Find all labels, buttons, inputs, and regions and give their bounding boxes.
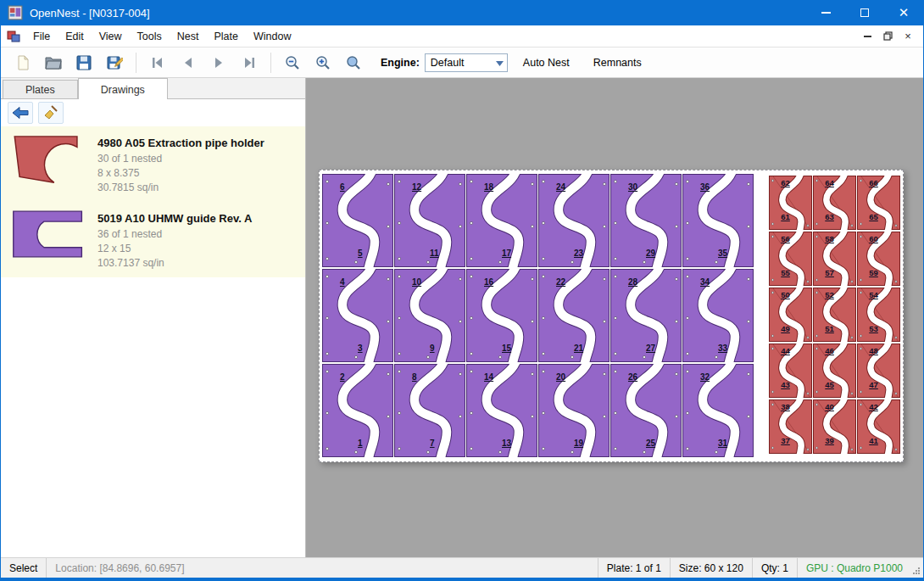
menu-nest[interactable]: Nest [170, 27, 207, 46]
nest-pair-red[interactable]: 6463 [813, 176, 856, 230]
resize-grip[interactable] [911, 558, 923, 578]
mdi-restore-button[interactable] [877, 28, 898, 45]
plate-sheet[interactable]: 6512111817242330293635431091615222128273… [319, 170, 904, 462]
menu-plate[interactable]: Plate [206, 27, 246, 46]
nest-pair-red[interactable]: 5453 [857, 288, 900, 342]
zoom-fit-icon [346, 55, 361, 70]
nest-canvas[interactable]: 6512111817242330293635431091615222128273… [306, 78, 923, 557]
nest-pair-purple[interactable]: 65 [322, 174, 393, 267]
status-mode: Select [1, 558, 46, 578]
part-number: 15 [502, 344, 511, 353]
menu-edit[interactable]: Edit [58, 27, 92, 46]
nest-pair-red[interactable]: 4645 [813, 344, 856, 398]
nest-pair-red[interactable]: 6261 [769, 176, 812, 230]
nav-first-button[interactable] [142, 50, 173, 75]
nest-pair-purple[interactable]: 87 [394, 364, 465, 457]
nest-pair-red[interactable]: 6665 [857, 176, 900, 230]
nest-pair-purple[interactable]: 3433 [682, 269, 754, 362]
nest-pair-purple[interactable]: 2019 [538, 364, 610, 457]
mdi-minimize-button[interactable] [857, 28, 877, 45]
part-number: 6 [340, 183, 345, 192]
nest-pair-red[interactable]: 4847 [857, 344, 900, 398]
nest-pair-purple[interactable]: 3635 [682, 174, 754, 267]
part-number: 51 [825, 325, 834, 333]
red-part-shape [769, 176, 812, 230]
maximize-button[interactable] [845, 0, 884, 25]
nest-pair-purple[interactable]: 2221 [538, 269, 610, 362]
part-number: 16 [484, 278, 493, 287]
nest-pair-purple[interactable]: 1817 [466, 174, 537, 267]
nav-last-button[interactable] [234, 50, 264, 75]
part-number: 32 [700, 373, 710, 382]
part-number: 54 [869, 291, 878, 299]
zoom-in-button[interactable] [308, 50, 338, 75]
nav-next-button[interactable] [203, 50, 234, 75]
drawing-area: 103.7137 sq/in [97, 256, 252, 271]
zoom-fit-button[interactable] [338, 50, 369, 75]
part-number: 17 [502, 249, 511, 258]
red-part-shape [857, 232, 900, 286]
drawing-list-item[interactable]: 4980 A05 Extraction pipe holder 30 of 1 … [1, 126, 305, 202]
nest-pair-red[interactable]: 4443 [769, 344, 812, 398]
nest-pair-purple[interactable]: 1413 [466, 364, 537, 457]
tab-drawings[interactable]: Drawings [78, 78, 168, 99]
minimize-button[interactable] [806, 0, 845, 25]
nest-pair-purple[interactable]: 1211 [394, 174, 465, 267]
new-button[interactable] [8, 50, 38, 75]
save-icon [76, 55, 92, 70]
menu-view[interactable]: View [92, 27, 130, 46]
nest-pair-red[interactable]: 4241 [857, 399, 900, 454]
part-number: 28 [628, 278, 637, 287]
nest-pair-red[interactable]: 4039 [813, 399, 856, 454]
nest-pair-purple[interactable]: 2625 [610, 364, 682, 457]
mdi-close-button[interactable]: × [898, 28, 918, 45]
back-arrow-button[interactable] [8, 102, 33, 124]
drawing-nested-count: 30 of 1 nested [97, 152, 264, 166]
part-number: 19 [574, 439, 583, 448]
nest-pair-purple[interactable]: 2423 [538, 174, 610, 267]
remnants-button[interactable]: Remnants [585, 52, 650, 74]
auto-nest-button[interactable]: Auto Nest [515, 52, 578, 74]
nest-pair-red[interactable]: 5655 [769, 232, 812, 286]
drawing-size: 8 x 8.375 [97, 166, 264, 181]
part-number: 4 [340, 278, 345, 287]
save-as-button[interactable] [99, 50, 130, 75]
menu-file[interactable]: File [25, 27, 58, 46]
menu-bar: File Edit View Tools Nest Plate Window × [1, 25, 923, 47]
red-part-shape [769, 232, 812, 286]
tab-plates[interactable]: Plates [3, 80, 78, 98]
zoom-out-button[interactable] [277, 50, 308, 75]
nav-prev-button[interactable] [173, 50, 203, 75]
save-button[interactable] [69, 50, 99, 75]
open-button[interactable] [38, 50, 69, 75]
nest-pair-purple[interactable]: 2827 [610, 269, 682, 362]
window-title: OpenNest - [N0317-004] [30, 7, 150, 20]
nest-pair-purple[interactable]: 1615 [466, 269, 537, 362]
nest-pair-purple[interactable]: 21 [322, 364, 393, 457]
part-number: 10 [412, 278, 421, 287]
nest-pair-red[interactable]: 6059 [857, 232, 900, 286]
nest-pair-purple[interactable]: 3029 [610, 174, 682, 267]
engine-select[interactable]: Default [425, 53, 508, 72]
nest-pair-purple[interactable]: 43 [322, 269, 393, 362]
last-plate-icon [242, 57, 256, 69]
close-button[interactable]: ✕ [884, 0, 923, 25]
nest-pair-red[interactable]: 5049 [769, 288, 812, 342]
part-number: 50 [781, 291, 790, 299]
nest-pair-red[interactable]: 3837 [769, 399, 812, 454]
nest-pair-purple[interactable]: 109 [394, 269, 465, 362]
app-window: OpenNest - [N0317-004] ✕ File Edit View … [0, 0, 924, 581]
part-number: 48 [869, 347, 878, 355]
nest-pair-red[interactable]: 5857 [813, 232, 856, 286]
nest-pair-red[interactable]: 5251 [813, 288, 856, 342]
toolbar-separator [136, 53, 136, 73]
clean-button[interactable] [38, 102, 64, 124]
part-number: 25 [646, 439, 655, 448]
part-number: 66 [869, 179, 878, 187]
drawing-list-item[interactable]: 5019 A10 UHMW guide Rev. A 36 of 1 neste… [1, 202, 305, 277]
red-part-shape [769, 399, 812, 454]
window-bottom-border [1, 578, 923, 581]
menu-tools[interactable]: Tools [130, 27, 170, 46]
menu-window[interactable]: Window [246, 27, 298, 46]
nest-pair-purple[interactable]: 3231 [682, 364, 754, 457]
